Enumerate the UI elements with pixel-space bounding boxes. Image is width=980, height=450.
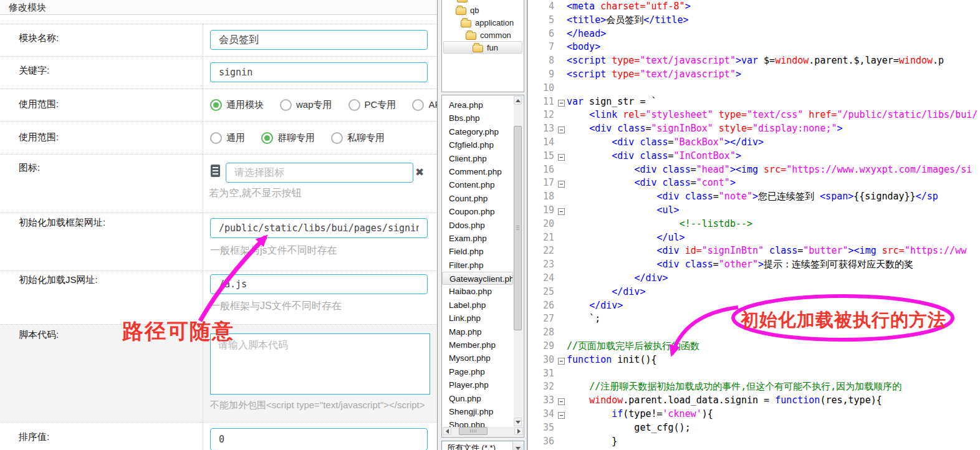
fold-marker-icon[interactable] (558, 100, 565, 107)
file-item[interactable]: Cfgfield.php (442, 138, 514, 151)
icon-picker-input[interactable] (226, 163, 413, 183)
scrollbar-thumb[interactable] (514, 126, 522, 330)
scroll-down-button[interactable] (514, 418, 522, 426)
script-code-textarea[interactable] (210, 333, 430, 395)
line-number: 4 (528, 1, 554, 12)
fold-marker-icon[interactable] (558, 412, 565, 419)
code-text: window.parent.load_data.signin = functio… (567, 395, 882, 406)
file-item[interactable]: Content.php (442, 178, 514, 191)
file-item[interactable]: Client.php (442, 152, 514, 165)
file-item[interactable]: Page.php (442, 365, 514, 378)
file-item[interactable]: Map.php (442, 325, 514, 338)
radio-option[interactable]: APP专用 (412, 99, 437, 111)
line-number: 25 (528, 286, 554, 297)
code-line: 23 <div class="other">提示：连续签到可获得对应天数的奖 (528, 259, 980, 272)
file-item[interactable]: Link.php (442, 312, 514, 325)
fold-marker-icon[interactable] (558, 358, 565, 365)
file-item[interactable]: Player.php (442, 378, 514, 391)
file-item[interactable]: Category.php (442, 125, 514, 138)
radio-option[interactable]: 私聊专用 (331, 132, 385, 144)
file-item[interactable]: Comment.php (442, 165, 514, 178)
file-item[interactable]: Gatewayclient.php (442, 272, 513, 285)
keyword-input[interactable] (210, 62, 428, 82)
radio-option[interactable]: wap专用 (280, 99, 332, 111)
fold-marker-icon[interactable] (558, 127, 565, 133)
code-line: 34 if(type!='cknew'){ (528, 408, 980, 422)
code-line: 15 <div class="InContBox"> (528, 150, 980, 164)
file-item[interactable]: Field.php (442, 245, 514, 258)
horizontal-scrollbar[interactable] (443, 427, 523, 436)
file-item[interactable]: Mysort.php (442, 352, 514, 365)
radio-option[interactable]: 通用模块 (210, 99, 264, 111)
code-text: if(type!='cknew'){ (567, 408, 713, 419)
scroll-left-button[interactable] (443, 427, 451, 435)
chat-scope-radio-group: 通用 群聊专用 私聊专用 (210, 127, 385, 149)
scroll-right-button[interactable] (514, 427, 523, 435)
scroll-up-button[interactable] (514, 96, 522, 105)
folder-icon (461, 20, 471, 27)
tree-item-common[interactable]: common (442, 29, 524, 41)
script-code-label: 脚本代码: (19, 329, 59, 341)
frame-url-input[interactable] (210, 218, 428, 238)
file-item[interactable]: Area.php (442, 98, 514, 112)
file-item[interactable]: Filter.php (442, 259, 514, 272)
js-url-input[interactable] (210, 274, 428, 294)
file-item[interactable]: Member.php (442, 338, 514, 352)
radio-option[interactable]: 群聊专用 (261, 132, 315, 144)
code-text: get_cfg(); (567, 422, 691, 433)
code-line: 25 </div> (528, 286, 980, 300)
line-number: 36 (528, 436, 554, 447)
code-line: 31 (528, 368, 980, 381)
code-line: 7<body> (528, 41, 980, 55)
module-name-label: 模块名称: (19, 32, 59, 44)
file-item[interactable]: Count.php (442, 192, 514, 205)
code-line: 14 <div class="BackBox"></div> (528, 136, 980, 150)
folder-icon (456, 7, 466, 15)
scope-label: 使用范围: (19, 98, 59, 110)
tree-item-fun[interactable]: fun (443, 41, 522, 54)
sort-value-input[interactable] (210, 428, 428, 450)
js-url-hint: 一般框架与JS文件不同时存在 (210, 300, 342, 313)
fold-marker-icon[interactable] (558, 398, 565, 405)
radio-option[interactable]: PC专用 (348, 99, 396, 111)
code-text: //注册聊天数据初始加载成功的事件,但这个有可能不执行,因为加载顺序的 (567, 381, 901, 393)
code-line: 35 get_cfg(); (528, 422, 980, 436)
row-divider (0, 56, 437, 57)
file-item[interactable]: Ddos.php (442, 219, 514, 232)
folder-tree[interactable]: qbapplicationcommonfun (441, 0, 524, 92)
tree-item-application[interactable]: application (442, 16, 524, 29)
keyword-label: 关键字: (19, 65, 49, 77)
fold-marker-icon[interactable] (558, 154, 565, 161)
code-line: 20 <!--listdb--> (528, 218, 980, 232)
fold-marker-icon[interactable] (558, 208, 565, 215)
code-text: <div class="head"><img src="https://www.… (567, 164, 972, 175)
line-number: 5 (528, 14, 554, 26)
line-number: 8 (528, 55, 554, 66)
line-number: 28 (528, 327, 554, 338)
radio-option[interactable]: 通用 (210, 132, 245, 144)
file-item[interactable]: Label.php (442, 299, 514, 312)
tree-item-qb[interactable]: qb (442, 4, 524, 16)
file-item[interactable]: Shengji.php (442, 405, 514, 418)
file-type-filter[interactable]: 所有文件 (*.*) (441, 441, 524, 450)
vertical-scrollbar[interactable] (514, 96, 523, 426)
code-text: </div> (567, 286, 645, 297)
file-item[interactable]: Exam.php (442, 232, 514, 245)
file-item[interactable]: Coupon.php (442, 205, 514, 218)
code-editor[interactable]: 4<meta charset="utf-8">5<title>会员签到</tit… (527, 0, 980, 450)
file-list[interactable]: Area.phpBbs.phpCategory.phpCfgfield.phpC… (442, 98, 514, 432)
code-line: 27 `; (528, 313, 980, 327)
scrollbar-thumb[interactable] (459, 427, 488, 435)
file-item[interactable]: Qun.php (442, 392, 514, 405)
tree-item-label: application (475, 18, 514, 27)
clear-icon[interactable]: ✖ (415, 166, 424, 179)
module-name-input[interactable] (210, 30, 428, 50)
fold-marker-icon[interactable] (558, 181, 565, 188)
file-item[interactable]: Bbs.php (442, 112, 514, 125)
code-text: <div class="note">您已连续签到 <span>{{signday… (567, 191, 938, 203)
chat-scope-label: 使用范围: (19, 132, 59, 143)
dropdown-button[interactable] (512, 442, 523, 450)
file-item[interactable]: Haibao.php (442, 285, 514, 298)
row-divider (0, 324, 437, 325)
code-text: <script type="text/javascript"> (567, 69, 741, 80)
